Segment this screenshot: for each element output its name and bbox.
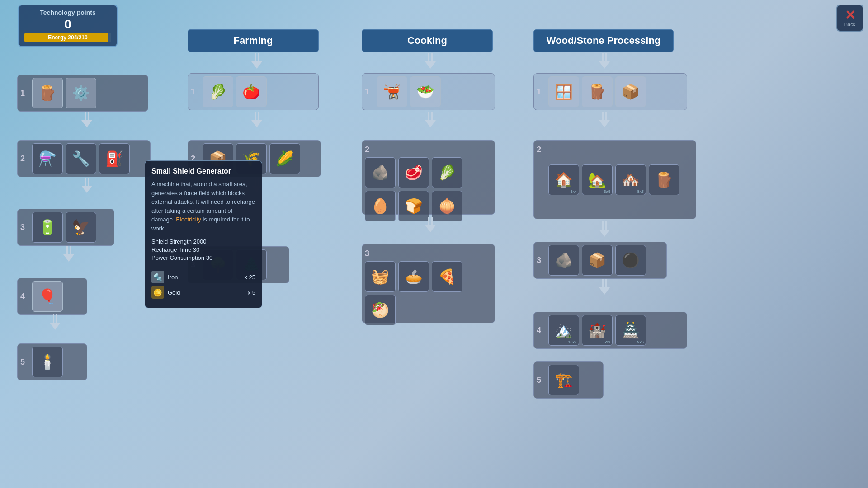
wood-connector-1-2 xyxy=(599,112,610,127)
item-slot[interactable]: 🪨 xyxy=(548,245,579,276)
wood-tier5-box: 5 🏗️ xyxy=(533,361,604,399)
item-slot[interactable]: 🥚 xyxy=(365,191,396,221)
tier-label: 3 xyxy=(537,256,546,265)
tooltip-highlight: Electricity xyxy=(176,216,201,223)
tech-points-title: Technology points xyxy=(24,9,111,16)
cooking-connector-2-3 xyxy=(425,217,436,232)
tier-label: 3 xyxy=(365,247,374,258)
iron-icon: 🔩 xyxy=(151,271,164,283)
item-slot[interactable]: 🌽 xyxy=(269,143,300,174)
connector-3-4 xyxy=(63,246,74,262)
item-slot[interactable]: 🪟 xyxy=(548,76,579,107)
item-slot[interactable]: 🫕 xyxy=(377,76,407,107)
energy-bar: Energy 204/210 xyxy=(24,33,111,42)
tier-label: 1 xyxy=(191,87,200,97)
wood-tier4-box: 4 🏔️ 10x4 🏰 5x9 🏯 9x6 xyxy=(533,312,687,349)
connector-1-2 xyxy=(81,112,92,127)
wood-stone-header: Wood/Stone Processing xyxy=(533,29,674,52)
tech-points-panel: Technology points 0 Energy 204/210 xyxy=(18,5,118,47)
item-slot[interactable]: 🪵 xyxy=(582,76,613,107)
col1-tier4-box: 4 🎈 xyxy=(17,278,87,315)
item-slot[interactable]: 🥙 xyxy=(365,295,396,325)
col1-tier5-box: 5 🕯️ xyxy=(17,343,87,380)
cooking-tier1-box: 1 🫕 🥗 xyxy=(362,73,495,110)
energy-bar-label: Energy 204/210 xyxy=(48,34,87,41)
item-slot[interactable]: 🏘️ 8x5 xyxy=(615,164,646,195)
tooltip-divider xyxy=(151,266,255,266)
tooltip-stat-shield: Shield Strength 2000 xyxy=(151,238,255,245)
tooltip-resource-gold: 🪙 Gold x 5 xyxy=(151,286,255,299)
col1-tier3-box: 3 🔋 🦅 xyxy=(17,209,114,246)
item-slot[interactable]: ⛽ xyxy=(99,143,130,174)
tier-label: 5 xyxy=(20,357,29,367)
cooking-tier3-box: 3 🧺 🥧 🍕 🥙 xyxy=(362,244,495,323)
tooltip-description: A machine that, around a small area, gen… xyxy=(151,180,255,233)
item-slot[interactable]: 📦 xyxy=(582,245,613,276)
item-slot[interactable]: 🏠 5x4 xyxy=(548,164,579,195)
tier-label: 1 xyxy=(537,87,546,97)
wood-tier3-box: 3 🪨 📦 ⚫ xyxy=(533,242,667,279)
tier-label: 4 xyxy=(20,292,29,301)
wood-tier2-box: 2 🏠 5x4 🏡 6x5 🏘️ 8x5 🪵 xyxy=(533,140,696,219)
back-button[interactable]: ✕ Back xyxy=(836,5,863,32)
col1-tier1-box: 1 🪵 ⚙️ xyxy=(17,75,148,112)
item-slot[interactable]: 🥧 xyxy=(398,261,429,292)
item-slot[interactable]: 🪵 xyxy=(649,164,679,195)
item-slot[interactable]: 🧅 xyxy=(432,191,462,221)
item-slot[interactable]: 🪵 xyxy=(32,78,63,108)
item-slot[interactable]: 🥬 xyxy=(203,76,233,107)
cooking-connector-h1 xyxy=(425,53,436,69)
item-slot[interactable]: 📦 xyxy=(615,76,646,107)
wood-connector-h1 xyxy=(599,53,610,69)
connector-4-5 xyxy=(50,314,61,330)
tier-label: 2 xyxy=(20,154,29,164)
item-slot[interactable]: 🏗️ xyxy=(548,365,579,395)
item-slot[interactable]: 🧺 xyxy=(365,261,396,292)
item-slot[interactable]: 🏰 5x9 xyxy=(582,315,613,346)
close-icon: ✕ xyxy=(845,9,855,22)
gold-icon: 🪙 xyxy=(151,286,164,299)
item-slot[interactable]: 🍕 xyxy=(432,261,462,292)
tier-label: 2 xyxy=(537,143,546,155)
resource-iron-label: Iron xyxy=(168,274,178,281)
connector-2-3 xyxy=(81,178,92,193)
item-slot[interactable]: 🍅 xyxy=(236,76,267,107)
item-slot[interactable]: 🥗 xyxy=(410,76,441,107)
tech-points-value: 0 xyxy=(24,18,111,31)
tooltip-stat-power: Power Consumption 30 xyxy=(151,254,255,261)
item-slot[interactable]: 🕯️ xyxy=(32,347,63,377)
wood-connector-3-4 xyxy=(599,279,610,295)
item-slot[interactable]: 🍞 xyxy=(398,191,429,221)
item-slot[interactable]: 🔧 xyxy=(66,143,96,174)
item-slot[interactable]: 🦅 xyxy=(66,212,96,243)
item-slot[interactable]: ⚫ xyxy=(615,245,646,276)
tier-label: 3 xyxy=(20,223,29,232)
back-label: Back xyxy=(844,22,855,27)
item-slot[interactable]: 🪨 xyxy=(365,157,396,188)
item-slot[interactable]: 🔋 xyxy=(32,212,63,243)
tooltip-stat-recharge: Recharge Time 30 xyxy=(151,246,255,253)
resource-gold-label: Gold xyxy=(168,289,180,296)
tooltip-box: Small Shield Generator A machine that, a… xyxy=(145,160,262,308)
item-slot[interactable]: ⚗️ xyxy=(32,143,63,174)
tier-label: 5 xyxy=(537,375,546,385)
tier-label: 1 xyxy=(20,89,29,98)
item-slot[interactable]: 🎈 xyxy=(32,281,63,312)
cooking-tier2-box: 2 🪨 🥩 🥬 🥚 🍞 🧅 xyxy=(362,140,495,215)
tier-label: 4 xyxy=(537,326,546,335)
farming-connector-h1 xyxy=(251,53,262,69)
farming-tier1-box: 1 🥬 🍅 xyxy=(188,73,319,110)
cooking-connector-1-2 xyxy=(425,112,436,127)
wood-tier1-box: 1 🪟 🪵 📦 xyxy=(533,73,687,110)
farming-connector-1-2 xyxy=(251,112,262,127)
item-slot[interactable]: 🥬 xyxy=(432,157,462,188)
wood-connector-2-3 xyxy=(599,221,610,237)
resource-gold-amount: x 5 xyxy=(248,289,255,296)
item-slot[interactable]: 🏯 9x6 xyxy=(615,315,646,346)
item-slot[interactable]: 🏡 6x5 xyxy=(582,164,613,195)
item-slot[interactable]: ⚙️ xyxy=(66,78,96,108)
tier-label: 2 xyxy=(365,143,374,155)
item-slot[interactable]: 🥩 xyxy=(398,157,429,188)
farming-header: Farming xyxy=(188,29,319,52)
item-slot[interactable]: 🏔️ 10x4 xyxy=(548,315,579,346)
